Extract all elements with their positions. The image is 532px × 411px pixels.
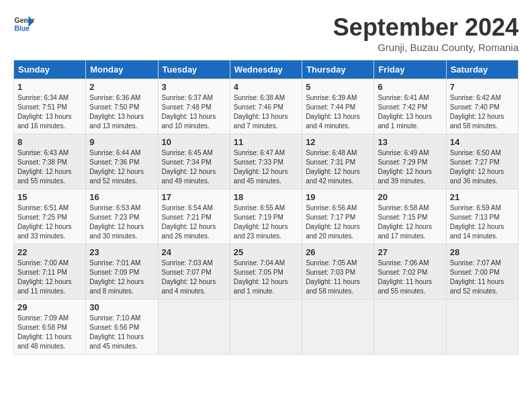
day-number: 12: [306, 137, 370, 147]
calendar-cell: 14 Sunrise: 6:50 AMSunset: 7:27 PMDaylig…: [446, 134, 518, 189]
calendar-cell: 30 Sunrise: 7:10 AMSunset: 6:56 PMDaylig…: [86, 300, 158, 355]
day-info: Sunrise: 6:36 AMSunset: 7:50 PMDaylight:…: [89, 94, 144, 130]
day-number: 13: [378, 137, 442, 147]
calendar-cell: 23 Sunrise: 7:01 AMSunset: 7:09 PMDaylig…: [86, 244, 158, 300]
calendar-week-row: 8 Sunrise: 6:43 AMSunset: 7:38 PMDayligh…: [14, 134, 519, 189]
day-info: Sunrise: 6:49 AMSunset: 7:29 PMDaylight:…: [378, 149, 432, 185]
calendar-week-row: 1 Sunrise: 6:34 AMSunset: 7:51 PMDayligh…: [14, 79, 519, 134]
day-number: 9: [89, 137, 154, 147]
calendar-cell: 19 Sunrise: 6:56 AMSunset: 7:17 PMDaylig…: [302, 189, 374, 244]
calendar-cell: [302, 300, 374, 355]
day-info: Sunrise: 7:06 AMSunset: 7:02 PMDaylight:…: [378, 259, 432, 295]
calendar-cell: 11 Sunrise: 6:47 AMSunset: 7:33 PMDaylig…: [230, 134, 302, 189]
calendar-cell: [374, 300, 446, 355]
day-info: Sunrise: 6:58 AMSunset: 7:15 PMDaylight:…: [378, 204, 432, 240]
calendar-cell: 17 Sunrise: 6:54 AMSunset: 7:21 PMDaylig…: [158, 189, 230, 244]
calendar-cell: 1 Sunrise: 6:34 AMSunset: 7:51 PMDayligh…: [14, 79, 86, 134]
day-info: Sunrise: 6:50 AMSunset: 7:27 PMDaylight:…: [450, 149, 504, 185]
day-info: Sunrise: 6:51 AMSunset: 7:25 PMDaylight:…: [17, 204, 72, 240]
day-info: Sunrise: 7:05 AMSunset: 7:03 PMDaylight:…: [306, 259, 360, 295]
day-info: Sunrise: 7:04 AMSunset: 7:05 PMDaylight:…: [234, 259, 288, 295]
calendar-cell: 24 Sunrise: 7:03 AMSunset: 7:07 PMDaylig…: [158, 244, 230, 300]
day-number: 14: [450, 137, 515, 147]
day-number: 2: [89, 82, 154, 92]
header-tuesday: Tuesday: [158, 60, 230, 79]
day-number: 3: [162, 82, 226, 92]
calendar-week-row: 22 Sunrise: 7:00 AMSunset: 7:11 PMDaylig…: [14, 244, 519, 300]
calendar-table: Sunday Monday Tuesday Wednesday Thursday…: [13, 60, 519, 355]
calendar-week-row: 29 Sunrise: 7:09 AMSunset: 6:58 PMDaylig…: [14, 300, 519, 355]
day-info: Sunrise: 6:41 AMSunset: 7:42 PMDaylight:…: [378, 94, 432, 130]
header-saturday: Saturday: [446, 60, 518, 79]
day-number: 15: [17, 192, 82, 202]
header-wednesday: Wednesday: [230, 60, 302, 79]
month-title: September 2024: [333, 13, 519, 42]
calendar-cell: 29 Sunrise: 7:09 AMSunset: 6:58 PMDaylig…: [14, 300, 86, 355]
header: General Blue September 2024 Grunji, Buza…: [13, 13, 519, 53]
day-number: 7: [450, 82, 515, 92]
day-info: Sunrise: 6:37 AMSunset: 7:48 PMDaylight:…: [162, 94, 216, 130]
day-number: 17: [162, 192, 226, 202]
day-info: Sunrise: 6:56 AMSunset: 7:17 PMDaylight:…: [306, 204, 360, 240]
day-info: Sunrise: 6:43 AMSunset: 7:38 PMDaylight:…: [17, 149, 72, 185]
calendar-cell: 8 Sunrise: 6:43 AMSunset: 7:38 PMDayligh…: [14, 134, 86, 189]
day-info: Sunrise: 7:07 AMSunset: 7:00 PMDaylight:…: [450, 259, 504, 295]
day-info: Sunrise: 7:09 AMSunset: 6:58 PMDaylight:…: [17, 314, 72, 350]
calendar-cell: 22 Sunrise: 7:00 AMSunset: 7:11 PMDaylig…: [14, 244, 86, 300]
day-number: 11: [234, 137, 298, 147]
day-info: Sunrise: 6:38 AMSunset: 7:46 PMDaylight:…: [234, 94, 288, 130]
title-area: September 2024 Grunji, Buzau County, Rom…: [333, 13, 519, 53]
day-number: 28: [450, 247, 515, 257]
day-number: 4: [234, 82, 298, 92]
day-number: 29: [17, 302, 82, 312]
day-number: 1: [17, 82, 82, 92]
day-info: Sunrise: 6:48 AMSunset: 7:31 PMDaylight:…: [306, 149, 360, 185]
calendar-cell: 20 Sunrise: 6:58 AMSunset: 7:15 PMDaylig…: [374, 189, 446, 244]
day-number: 8: [17, 137, 82, 147]
calendar-cell: 25 Sunrise: 7:04 AMSunset: 7:05 PMDaylig…: [230, 244, 302, 300]
day-number: 24: [162, 247, 226, 257]
logo: General Blue: [13, 13, 35, 35]
logo-icon: General Blue: [13, 13, 35, 35]
day-info: Sunrise: 6:59 AMSunset: 7:13 PMDaylight:…: [450, 204, 504, 240]
weekday-header-row: Sunday Monday Tuesday Wednesday Thursday…: [14, 60, 519, 79]
day-info: Sunrise: 6:47 AMSunset: 7:33 PMDaylight:…: [234, 149, 288, 185]
day-number: 27: [378, 247, 442, 257]
calendar-cell: 28 Sunrise: 7:07 AMSunset: 7:00 PMDaylig…: [446, 244, 518, 300]
calendar-cell: 5 Sunrise: 6:39 AMSunset: 7:44 PMDayligh…: [302, 79, 374, 134]
day-info: Sunrise: 6:54 AMSunset: 7:21 PMDaylight:…: [162, 204, 216, 240]
calendar-cell: 7 Sunrise: 6:42 AMSunset: 7:40 PMDayligh…: [446, 79, 518, 134]
calendar-week-row: 15 Sunrise: 6:51 AMSunset: 7:25 PMDaylig…: [14, 189, 519, 244]
calendar-cell: [158, 300, 230, 355]
day-info: Sunrise: 6:42 AMSunset: 7:40 PMDaylight:…: [450, 94, 504, 130]
calendar-cell: 18 Sunrise: 6:55 AMSunset: 7:19 PMDaylig…: [230, 189, 302, 244]
day-number: 30: [89, 302, 154, 312]
day-number: 23: [89, 247, 154, 257]
svg-text:Blue: Blue: [15, 25, 30, 32]
day-info: Sunrise: 6:53 AMSunset: 7:23 PMDaylight:…: [89, 204, 144, 240]
calendar-cell: [446, 300, 518, 355]
header-monday: Monday: [86, 60, 158, 79]
day-number: 19: [306, 192, 370, 202]
calendar-cell: 10 Sunrise: 6:45 AMSunset: 7:34 PMDaylig…: [158, 134, 230, 189]
day-info: Sunrise: 6:34 AMSunset: 7:51 PMDaylight:…: [17, 94, 72, 130]
day-number: 20: [378, 192, 442, 202]
day-number: 16: [89, 192, 154, 202]
day-number: 22: [17, 247, 82, 257]
calendar-cell: [230, 300, 302, 355]
calendar-cell: 9 Sunrise: 6:44 AMSunset: 7:36 PMDayligh…: [86, 134, 158, 189]
day-number: 10: [162, 137, 226, 147]
day-info: Sunrise: 7:00 AMSunset: 7:11 PMDaylight:…: [17, 259, 72, 295]
calendar-cell: 12 Sunrise: 6:48 AMSunset: 7:31 PMDaylig…: [302, 134, 374, 189]
day-number: 18: [234, 192, 298, 202]
day-info: Sunrise: 6:45 AMSunset: 7:34 PMDaylight:…: [162, 149, 216, 185]
header-friday: Friday: [374, 60, 446, 79]
day-number: 26: [306, 247, 370, 257]
location-subtitle: Grunji, Buzau County, Romania: [333, 42, 519, 53]
calendar-cell: 13 Sunrise: 6:49 AMSunset: 7:29 PMDaylig…: [374, 134, 446, 189]
calendar-cell: 2 Sunrise: 6:36 AMSunset: 7:50 PMDayligh…: [86, 79, 158, 134]
day-number: 6: [378, 82, 442, 92]
day-info: Sunrise: 7:10 AMSunset: 6:56 PMDaylight:…: [89, 314, 144, 350]
day-info: Sunrise: 7:03 AMSunset: 7:07 PMDaylight:…: [162, 259, 216, 295]
calendar-cell: 6 Sunrise: 6:41 AMSunset: 7:42 PMDayligh…: [374, 79, 446, 134]
